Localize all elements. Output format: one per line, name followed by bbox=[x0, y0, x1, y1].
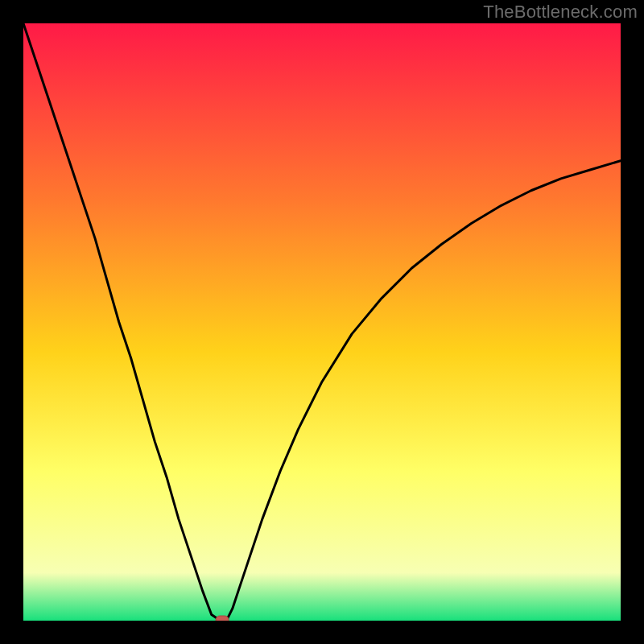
gradient-background bbox=[23, 23, 621, 621]
watermark-text: TheBottleneck.com bbox=[483, 2, 638, 23]
chart-frame: TheBottleneck.com bbox=[0, 0, 644, 644]
plot-area bbox=[23, 23, 621, 621]
optimum-marker bbox=[216, 616, 229, 621]
chart-svg bbox=[23, 23, 621, 621]
